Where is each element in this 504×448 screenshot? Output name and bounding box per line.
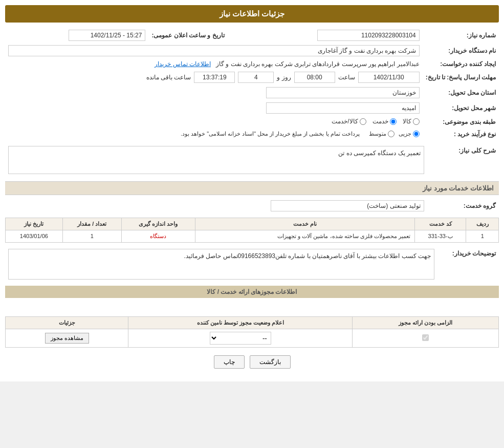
license-status-cell[interactable]: -- — [128, 329, 353, 347]
need-number-value: 1102093228003104 — [317, 30, 420, 41]
buyer-notes-label: توضیحات خریدار: — [437, 247, 499, 282]
process-radio-jozi[interactable] — [413, 131, 420, 137]
deadline-countdown-label: ساعت باقی مانده — [146, 74, 191, 81]
delivery-city-value: امیدیه — [266, 102, 420, 114]
cell-quantity: 1 — [62, 230, 121, 242]
process-type-note: پرداخت تمام یا بخشی از مبلغ خریدار از مح… — [181, 131, 360, 137]
buyer-notes-value: جهت کسب اطلاعات بیشتر با آقای ناصرهمتیان… — [8, 249, 434, 280]
process-type-label: نوع فرآیند خرید : — [423, 129, 499, 140]
license-section-header: اطلاعات مجوزهای ارائه خدمت / کالا — [5, 286, 499, 298]
cell-code: ب-33-331 — [414, 230, 466, 242]
announce-value: 1402/11/25 - 15:27 — [69, 30, 145, 41]
requester-value: عبدالامیر ابراهیم پور سرپرست قراردادهای … — [216, 60, 420, 68]
category-option-khedmat[interactable]: خدمت — [372, 118, 397, 125]
col-license-status: اعلام وضعیت مجوز توسط نامین کننده — [128, 316, 353, 329]
deadline-countdown: 13:37:19 — [194, 72, 235, 83]
category-option-kala-khedmat[interactable]: کالا/خدمت — [332, 118, 366, 125]
col-license-required: الزامی بودن ارائه مجوز — [353, 316, 499, 329]
deadline-time: 08:00 — [294, 72, 335, 83]
license-table: الزامی بودن ارائه مجوز اعلام وضعیت مجوز … — [5, 316, 499, 348]
col-date: تاریخ نیاز — [6, 218, 63, 230]
deadline-days: 4 — [238, 72, 274, 83]
col-row: ردیف — [466, 218, 499, 230]
cell-row: 1 — [466, 230, 499, 242]
license-required-cell — [353, 329, 499, 347]
col-quantity: تعداد / مقدار — [62, 218, 121, 230]
service-group-label: گروه خدمت: — [427, 198, 499, 214]
category-radio-kala-khedmat[interactable] — [360, 118, 366, 125]
service-group-value: تولید صنعتی (ساخت) — [271, 200, 424, 211]
process-label-motavaset: متوسط — [369, 131, 386, 137]
process-label-jozi: جزیی — [399, 131, 411, 137]
process-option-jozi[interactable]: جزیی — [399, 131, 420, 137]
need-number-label: شماره نیاز: — [423, 28, 499, 43]
requester-label: ایجاد کننده درخواست: — [423, 58, 499, 70]
need-description-label: شرح کلی نیاز: — [427, 144, 499, 176]
cell-name: تعمیر محصولات فلزی ساخته شده، ماشین آلات… — [195, 230, 415, 242]
col-name: نام خدمت — [195, 218, 415, 230]
license-required-checkbox — [422, 334, 429, 341]
delivery-city-label: شهر محل تحویل: — [423, 100, 499, 116]
services-table: ردیف کد خدمت نام خدمت واحد اندازه گیری ت… — [5, 218, 499, 243]
deadline-label: مهلت ارسال پاسخ: تا تاریخ: — [423, 70, 499, 85]
license-row: -- مشاهده مجوز — [6, 329, 499, 347]
deadline-time-label: ساعت — [338, 74, 355, 81]
delivery-province-value: خوزستان — [266, 87, 420, 98]
col-unit: واحد اندازه گیری — [121, 218, 195, 230]
print-button[interactable]: چاپ — [214, 355, 245, 369]
license-status-select[interactable]: -- — [210, 332, 271, 345]
category-label-kala: کالا — [403, 118, 411, 125]
category-radio-khedmat[interactable] — [390, 118, 397, 125]
category-option-kala[interactable]: کالا — [403, 118, 420, 125]
back-button[interactable]: بازگشت — [250, 355, 291, 369]
category-radio-kala[interactable] — [413, 118, 420, 125]
services-section-header: اطلاعات خدمات مورد نیاز — [5, 181, 499, 195]
buyer-org-label: نام دستگاه خریدار: — [423, 43, 499, 58]
button-bar: بازگشت چاپ — [5, 355, 499, 369]
deadline-date: 1402/11/30 — [358, 72, 420, 83]
delivery-province-label: استان محل تحویل: — [423, 85, 499, 100]
category-label-kala-khedmat: کالا/خدمت — [332, 118, 358, 125]
category-label: طبقه بندی موضوعی: — [423, 116, 499, 129]
category-label-khedmat: خدمت — [372, 118, 388, 125]
cell-date: 1403/01/06 — [6, 230, 63, 242]
need-description-value: تعمیر یک دستگاه کمپرسی ده تن — [8, 146, 424, 174]
announce-label: تاریخ و ساعت اعلان عمومی: — [148, 28, 234, 43]
view-license-button[interactable]: مشاهده مجوز — [45, 333, 89, 344]
page-title: جزئیات اطلاعات نیاز — [5, 5, 499, 23]
requester-link[interactable]: اطلاعات تماس خریدار — [155, 60, 211, 68]
col-license-detail: جزئیات — [6, 316, 128, 329]
deadline-day-label: روز و — [277, 74, 291, 81]
table-row: 1 ب-33-331 تعمیر محصولات فلزی ساخته شده،… — [6, 230, 499, 242]
license-detail-cell[interactable]: مشاهده مجوز — [6, 329, 128, 347]
col-code: کد خدمت — [414, 218, 466, 230]
buyer-org-value: شرکت بهره برداری نفت و گاز آغاجاری — [8, 45, 420, 56]
process-radio-motavaset[interactable] — [388, 131, 395, 137]
cell-unit: دستگاه — [121, 230, 195, 242]
process-option-motavaset[interactable]: متوسط — [369, 131, 395, 137]
